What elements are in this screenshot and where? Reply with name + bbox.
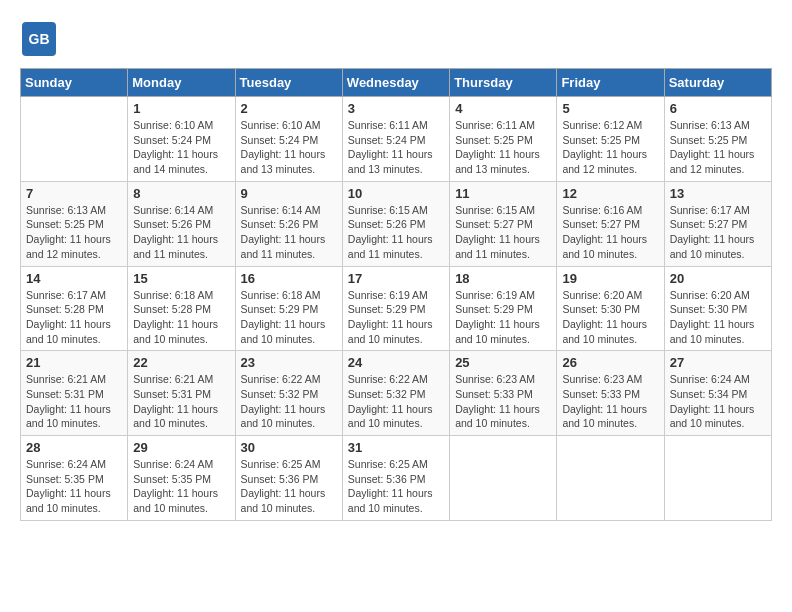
day-info: Sunrise: 6:19 AM Sunset: 5:29 PM Dayligh… (348, 288, 444, 347)
weekday-header-thursday: Thursday (450, 69, 557, 97)
day-info: Sunrise: 6:20 AM Sunset: 5:30 PM Dayligh… (562, 288, 658, 347)
calendar-cell (21, 97, 128, 182)
weekday-header-friday: Friday (557, 69, 664, 97)
calendar-cell: 30Sunrise: 6:25 AM Sunset: 5:36 PM Dayli… (235, 436, 342, 521)
day-info: Sunrise: 6:10 AM Sunset: 5:24 PM Dayligh… (133, 118, 229, 177)
day-number: 2 (241, 101, 337, 116)
calendar-cell (664, 436, 771, 521)
day-number: 13 (670, 186, 766, 201)
day-number: 24 (348, 355, 444, 370)
day-number: 14 (26, 271, 122, 286)
weekday-header-sunday: Sunday (21, 69, 128, 97)
weekday-header-monday: Monday (128, 69, 235, 97)
day-info: Sunrise: 6:23 AM Sunset: 5:33 PM Dayligh… (562, 372, 658, 431)
day-number: 10 (348, 186, 444, 201)
day-info: Sunrise: 6:22 AM Sunset: 5:32 PM Dayligh… (348, 372, 444, 431)
calendar-cell: 13Sunrise: 6:17 AM Sunset: 5:27 PM Dayli… (664, 181, 771, 266)
calendar-cell: 24Sunrise: 6:22 AM Sunset: 5:32 PM Dayli… (342, 351, 449, 436)
calendar-cell (450, 436, 557, 521)
day-info: Sunrise: 6:25 AM Sunset: 5:36 PM Dayligh… (348, 457, 444, 516)
day-number: 25 (455, 355, 551, 370)
day-number: 21 (26, 355, 122, 370)
day-number: 20 (670, 271, 766, 286)
calendar-cell: 7Sunrise: 6:13 AM Sunset: 5:25 PM Daylig… (21, 181, 128, 266)
day-info: Sunrise: 6:25 AM Sunset: 5:36 PM Dayligh… (241, 457, 337, 516)
logo-icon: GB (20, 20, 58, 58)
calendar-cell: 10Sunrise: 6:15 AM Sunset: 5:26 PM Dayli… (342, 181, 449, 266)
day-info: Sunrise: 6:24 AM Sunset: 5:35 PM Dayligh… (26, 457, 122, 516)
day-info: Sunrise: 6:15 AM Sunset: 5:26 PM Dayligh… (348, 203, 444, 262)
calendar-week-2: 7Sunrise: 6:13 AM Sunset: 5:25 PM Daylig… (21, 181, 772, 266)
day-number: 26 (562, 355, 658, 370)
calendar-cell: 22Sunrise: 6:21 AM Sunset: 5:31 PM Dayli… (128, 351, 235, 436)
day-info: Sunrise: 6:16 AM Sunset: 5:27 PM Dayligh… (562, 203, 658, 262)
day-info: Sunrise: 6:17 AM Sunset: 5:28 PM Dayligh… (26, 288, 122, 347)
calendar-cell: 4Sunrise: 6:11 AM Sunset: 5:25 PM Daylig… (450, 97, 557, 182)
weekday-header-saturday: Saturday (664, 69, 771, 97)
calendar-cell: 3Sunrise: 6:11 AM Sunset: 5:24 PM Daylig… (342, 97, 449, 182)
svg-text:GB: GB (29, 31, 50, 47)
day-number: 29 (133, 440, 229, 455)
day-info: Sunrise: 6:20 AM Sunset: 5:30 PM Dayligh… (670, 288, 766, 347)
calendar-cell: 8Sunrise: 6:14 AM Sunset: 5:26 PM Daylig… (128, 181, 235, 266)
day-info: Sunrise: 6:10 AM Sunset: 5:24 PM Dayligh… (241, 118, 337, 177)
day-number: 18 (455, 271, 551, 286)
day-number: 31 (348, 440, 444, 455)
calendar-cell: 27Sunrise: 6:24 AM Sunset: 5:34 PM Dayli… (664, 351, 771, 436)
day-info: Sunrise: 6:15 AM Sunset: 5:27 PM Dayligh… (455, 203, 551, 262)
day-info: Sunrise: 6:14 AM Sunset: 5:26 PM Dayligh… (133, 203, 229, 262)
day-info: Sunrise: 6:11 AM Sunset: 5:25 PM Dayligh… (455, 118, 551, 177)
calendar-header-row: SundayMondayTuesdayWednesdayThursdayFrid… (21, 69, 772, 97)
calendar-cell: 29Sunrise: 6:24 AM Sunset: 5:35 PM Dayli… (128, 436, 235, 521)
day-number: 27 (670, 355, 766, 370)
weekday-header-wednesday: Wednesday (342, 69, 449, 97)
day-number: 6 (670, 101, 766, 116)
day-number: 5 (562, 101, 658, 116)
day-number: 7 (26, 186, 122, 201)
day-info: Sunrise: 6:11 AM Sunset: 5:24 PM Dayligh… (348, 118, 444, 177)
day-number: 17 (348, 271, 444, 286)
day-info: Sunrise: 6:18 AM Sunset: 5:29 PM Dayligh… (241, 288, 337, 347)
calendar-cell: 25Sunrise: 6:23 AM Sunset: 5:33 PM Dayli… (450, 351, 557, 436)
day-info: Sunrise: 6:24 AM Sunset: 5:34 PM Dayligh… (670, 372, 766, 431)
day-number: 3 (348, 101, 444, 116)
calendar-cell: 17Sunrise: 6:19 AM Sunset: 5:29 PM Dayli… (342, 266, 449, 351)
calendar-cell: 11Sunrise: 6:15 AM Sunset: 5:27 PM Dayli… (450, 181, 557, 266)
day-number: 12 (562, 186, 658, 201)
calendar-cell: 5Sunrise: 6:12 AM Sunset: 5:25 PM Daylig… (557, 97, 664, 182)
day-number: 28 (26, 440, 122, 455)
day-info: Sunrise: 6:17 AM Sunset: 5:27 PM Dayligh… (670, 203, 766, 262)
day-info: Sunrise: 6:19 AM Sunset: 5:29 PM Dayligh… (455, 288, 551, 347)
day-number: 8 (133, 186, 229, 201)
day-info: Sunrise: 6:21 AM Sunset: 5:31 PM Dayligh… (26, 372, 122, 431)
calendar-week-3: 14Sunrise: 6:17 AM Sunset: 5:28 PM Dayli… (21, 266, 772, 351)
calendar-table: SundayMondayTuesdayWednesdayThursdayFrid… (20, 68, 772, 521)
page-header: GB (20, 20, 772, 58)
calendar-body: 1Sunrise: 6:10 AM Sunset: 5:24 PM Daylig… (21, 97, 772, 521)
calendar-cell: 9Sunrise: 6:14 AM Sunset: 5:26 PM Daylig… (235, 181, 342, 266)
calendar-week-1: 1Sunrise: 6:10 AM Sunset: 5:24 PM Daylig… (21, 97, 772, 182)
day-info: Sunrise: 6:23 AM Sunset: 5:33 PM Dayligh… (455, 372, 551, 431)
calendar-cell (557, 436, 664, 521)
calendar-cell: 23Sunrise: 6:22 AM Sunset: 5:32 PM Dayli… (235, 351, 342, 436)
day-number: 22 (133, 355, 229, 370)
day-info: Sunrise: 6:13 AM Sunset: 5:25 PM Dayligh… (26, 203, 122, 262)
day-number: 30 (241, 440, 337, 455)
calendar-week-4: 21Sunrise: 6:21 AM Sunset: 5:31 PM Dayli… (21, 351, 772, 436)
day-number: 11 (455, 186, 551, 201)
calendar-cell: 14Sunrise: 6:17 AM Sunset: 5:28 PM Dayli… (21, 266, 128, 351)
day-info: Sunrise: 6:22 AM Sunset: 5:32 PM Dayligh… (241, 372, 337, 431)
calendar-cell: 31Sunrise: 6:25 AM Sunset: 5:36 PM Dayli… (342, 436, 449, 521)
day-info: Sunrise: 6:12 AM Sunset: 5:25 PM Dayligh… (562, 118, 658, 177)
calendar-cell: 28Sunrise: 6:24 AM Sunset: 5:35 PM Dayli… (21, 436, 128, 521)
calendar-cell: 18Sunrise: 6:19 AM Sunset: 5:29 PM Dayli… (450, 266, 557, 351)
day-info: Sunrise: 6:24 AM Sunset: 5:35 PM Dayligh… (133, 457, 229, 516)
day-info: Sunrise: 6:21 AM Sunset: 5:31 PM Dayligh… (133, 372, 229, 431)
calendar-cell: 15Sunrise: 6:18 AM Sunset: 5:28 PM Dayli… (128, 266, 235, 351)
day-number: 4 (455, 101, 551, 116)
day-info: Sunrise: 6:14 AM Sunset: 5:26 PM Dayligh… (241, 203, 337, 262)
day-info: Sunrise: 6:13 AM Sunset: 5:25 PM Dayligh… (670, 118, 766, 177)
calendar-cell: 19Sunrise: 6:20 AM Sunset: 5:30 PM Dayli… (557, 266, 664, 351)
day-info: Sunrise: 6:18 AM Sunset: 5:28 PM Dayligh… (133, 288, 229, 347)
calendar-cell: 26Sunrise: 6:23 AM Sunset: 5:33 PM Dayli… (557, 351, 664, 436)
